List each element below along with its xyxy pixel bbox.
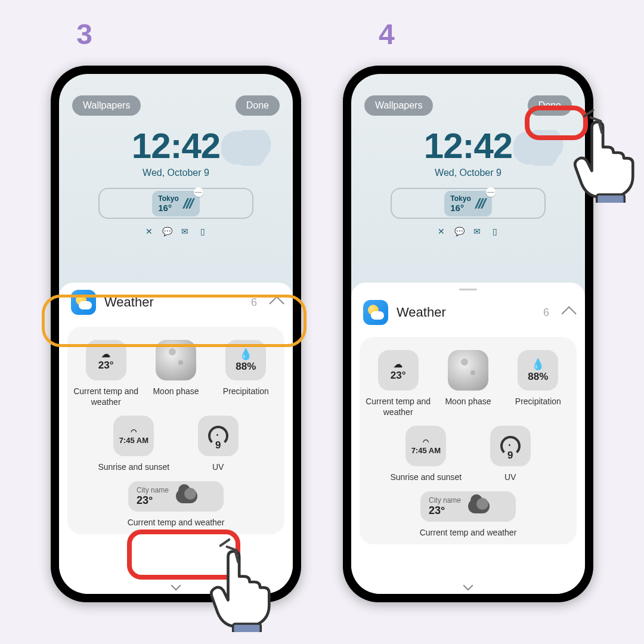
chevron-up-icon <box>269 296 284 311</box>
missed-call-icon: ✕ <box>144 227 154 236</box>
weather-header[interactable]: Weather 6 <box>351 293 585 332</box>
mini-city: Tokyo <box>450 194 470 203</box>
step-number-4: 4 <box>379 18 395 51</box>
rain-icon <box>185 198 193 209</box>
clock-date: Wed, October 9 <box>59 168 293 178</box>
widget-moon-phase[interactable]: Moon phase <box>433 350 503 417</box>
sheet-handle[interactable] <box>459 289 477 290</box>
mini-weather-widget[interactable]: Tokyo 16° — <box>152 191 199 216</box>
widget-uv[interactable]: 9 UV <box>182 416 254 473</box>
widget-current-temp-wide[interactable]: City name 23° <box>420 491 516 522</box>
remove-widget-button[interactable]: — <box>194 187 203 197</box>
widget-precipitation[interactable]: 💧88% Precipitation <box>503 350 573 417</box>
wallpapers-button[interactable]: Wallpapers <box>72 95 141 116</box>
drop-icon: 💧 <box>239 348 252 361</box>
clock-date: Wed, October 9 <box>351 168 585 178</box>
cloud-icon: ☁ <box>394 359 402 370</box>
status-icons: ✕ 💬 ✉ ▯ <box>351 227 585 236</box>
svg-rect-0 <box>233 624 261 632</box>
chat-icon: 💬 <box>454 227 464 236</box>
widget-moon-phase[interactable]: Moon phase <box>141 340 210 407</box>
phone-left: Wallpapers Done 12:42 Wed, October 9 Tok… <box>51 66 301 602</box>
missed-call-icon: ✕ <box>436 227 446 236</box>
sunrise-icon: ◠ <box>423 438 429 446</box>
weather-header[interactable]: Weather 6 <box>59 283 293 322</box>
mini-temp: 16° <box>158 203 178 213</box>
screen-left: Wallpapers Done 12:42 Wed, October 9 Tok… <box>59 74 293 594</box>
widget-sheet[interactable]: Weather 6 ☁23° Current temp and weather … <box>59 283 293 594</box>
cloud-deco <box>513 130 567 166</box>
moon-icon <box>156 340 196 380</box>
back-icon[interactable] <box>171 581 181 591</box>
widget-sunrise[interactable]: ◠7:45 AM Sunrise and sunset <box>390 426 462 483</box>
mini-weather-widget[interactable]: Tokyo 16° — <box>444 191 491 216</box>
widgets-panel: ☁23° Current temp and weather Moon phase… <box>67 327 284 534</box>
panel-count: 6 <box>543 306 549 319</box>
widget-slot[interactable]: Tokyo 16° — <box>98 188 253 219</box>
mail-icon: ✉ <box>180 227 190 236</box>
cloud-icon: ☁ <box>101 349 110 360</box>
chat-icon: 💬 <box>162 227 172 236</box>
voicemail-icon: ▯ <box>490 227 500 236</box>
wallpapers-button[interactable]: Wallpapers <box>364 95 433 116</box>
widget-current-temp[interactable]: ☁23° Current temp and weather <box>71 340 141 407</box>
phone-right: Wallpapers Done 12:42 Wed, October 9 Tok… <box>343 66 593 602</box>
widget-current-temp-wide[interactable]: City name 23° <box>128 481 224 512</box>
widget-slot[interactable]: Tokyo 16° — <box>391 188 546 219</box>
panel-title: Weather <box>397 305 535 320</box>
wide-widget-label: Current temp and weather <box>420 528 517 537</box>
svg-rect-1 <box>597 194 625 203</box>
panel-count: 6 <box>251 296 257 309</box>
widget-sheet[interactable]: Weather 6 ☁23° Current temp and weather … <box>351 283 585 594</box>
done-button[interactable]: Done <box>236 95 280 116</box>
panel-title: Weather <box>104 295 243 310</box>
wide-widget-label: Current temp and weather <box>128 518 225 527</box>
rain-icon <box>477 198 485 209</box>
mini-city: Tokyo <box>158 194 178 203</box>
remove-widget-button[interactable]: — <box>486 187 496 197</box>
moon-icon <box>448 350 488 391</box>
widget-uv[interactable]: 9 UV <box>475 426 546 483</box>
cloud-deco <box>221 130 275 166</box>
screen-right: Wallpapers Done 12:42 Wed, October 9 Tok… <box>351 74 585 594</box>
voicemail-icon: ▯ <box>198 227 208 236</box>
widgets-panel: ☁23° Current temp and weather Moon phase… <box>360 337 577 544</box>
weather-app-icon <box>363 300 388 325</box>
mail-icon: ✉ <box>472 227 482 236</box>
back-icon[interactable] <box>463 581 473 591</box>
drop-icon: 💧 <box>531 358 544 371</box>
mini-temp: 16° <box>450 203 470 213</box>
widget-current-temp[interactable]: ☁23° Current temp and weather <box>363 350 433 417</box>
status-icons: ✕ 💬 ✉ ▯ <box>59 227 293 236</box>
sunrise-icon: ◠ <box>131 428 137 436</box>
done-button[interactable]: Done <box>528 95 572 116</box>
weather-app-icon <box>71 290 96 315</box>
widget-sunrise[interactable]: ◠7:45 AM Sunrise and sunset <box>98 416 169 473</box>
cloud-icon <box>468 499 490 513</box>
cloud-icon <box>176 489 197 503</box>
step-number-3: 3 <box>76 18 92 51</box>
widget-precipitation[interactable]: 💧88% Precipitation <box>211 340 281 407</box>
chevron-up-icon <box>561 306 576 321</box>
